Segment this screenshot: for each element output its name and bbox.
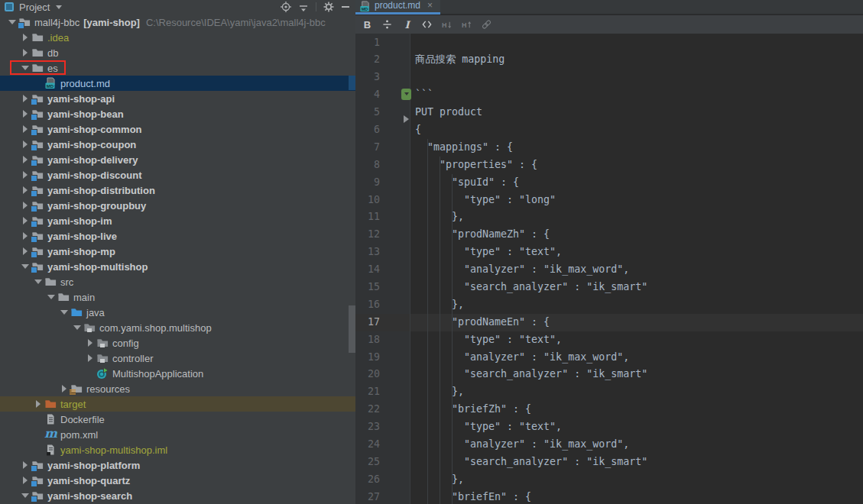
tree-arrow-right-icon[interactable] <box>32 400 44 408</box>
header-down-icon[interactable]: H <box>442 18 452 31</box>
tree-row-mall4j-bbc[interactable]: mall4j-bbc[yami-shop]C:\Resource\IDEA\ya… <box>0 15 355 30</box>
tree-arrow-down-icon[interactable] <box>19 493 31 498</box>
tree-row-yami-shop-coupon[interactable]: yami-shop-coupon <box>0 137 355 152</box>
bold-icon[interactable]: B <box>362 18 372 31</box>
code-line[interactable]: 27 "briefEn" : { <box>355 489 863 504</box>
tree-row-multishopapplication[interactable]: MultishopApplication <box>0 366 355 381</box>
tree-row-resources[interactable]: resources <box>0 381 355 396</box>
tree-arrow-down-icon[interactable] <box>58 310 70 315</box>
tree-arrow-right-icon[interactable] <box>19 232 31 240</box>
tab-product-md[interactable]: MD product.md × <box>355 0 440 15</box>
strikethrough-icon[interactable] <box>382 18 392 31</box>
tree-arrow-down-icon[interactable] <box>6 20 18 24</box>
code-line[interactable]: 21 }, <box>355 383 863 401</box>
code-line[interactable]: 18 "type" : "text", <box>355 331 863 349</box>
tab-close-icon[interactable]: × <box>427 0 433 11</box>
tree-row-yami-shop-common[interactable]: yami-shop-common <box>0 121 355 137</box>
tree-arrow-down-icon[interactable] <box>32 279 44 284</box>
code-line[interactable]: 13 "type" : "text", <box>355 244 863 261</box>
tree-arrow-right-icon[interactable] <box>84 339 96 347</box>
tree-row-yami-shop-discount[interactable]: yami-shop-discount <box>0 167 355 183</box>
tree-row-com.yami.shop.multishop[interactable]: com.yami.shop.multishop <box>0 320 355 335</box>
tree-arrow-right-icon[interactable] <box>19 141 31 148</box>
project-panel-title[interactable]: Project <box>19 2 50 13</box>
tree-row-yami-shop-im[interactable]: yami-shop-im <box>0 213 355 228</box>
italic-icon[interactable]: I <box>402 18 412 31</box>
project-dropdown-icon[interactable] <box>56 5 62 9</box>
tree-arrow-right-icon[interactable] <box>19 125 31 133</box>
tree-arrow-down-icon[interactable] <box>19 264 31 269</box>
tree-arrow-right-icon[interactable] <box>58 385 70 393</box>
code-line[interactable]: 23 "type" : "text", <box>355 418 863 436</box>
tree-arrow-right-icon[interactable] <box>19 95 31 102</box>
tree-row-yami-shop-multishop.iml[interactable]: yami-shop-multishop.iml <box>0 442 355 457</box>
code-line[interactable]: 16 }, <box>355 296 863 314</box>
code-line[interactable]: 6{ <box>355 121 863 139</box>
code-line[interactable]: 10 "type" : "long" <box>355 192 863 209</box>
tree-arrow-down-icon[interactable] <box>45 295 57 299</box>
code-line[interactable]: 17 "prodNameEn" : { <box>355 314 863 331</box>
code-line[interactable]: 12 "prodNameZh" : { <box>355 226 863 244</box>
editor-body[interactable]: 12商品搜索 mapping34```5PUT product6{7 "mapp… <box>355 34 863 504</box>
tree-arrow-right-icon[interactable] <box>19 110 31 118</box>
tree-arrow-right-icon[interactable] <box>19 186 31 194</box>
tree-arrow-down-icon[interactable] <box>71 325 83 330</box>
code-line[interactable]: 9 "spuId" : { <box>355 174 863 192</box>
tree-row-dockerfile[interactable]: Dockerfile <box>0 412 355 427</box>
tree-arrow-right-icon[interactable] <box>84 354 96 362</box>
link-icon[interactable] <box>482 18 492 31</box>
tree-row-db[interactable]: db <box>0 45 355 60</box>
code-line[interactable]: 26 }, <box>355 471 863 489</box>
locate-icon[interactable] <box>281 2 291 12</box>
tree-row-yami-shop-live[interactable]: yami-shop-live <box>0 228 355 244</box>
code-line[interactable]: 11 }, <box>355 208 863 226</box>
tree-row-product.md[interactable]: MDproduct.md <box>0 76 355 91</box>
tree-arrow-right-icon[interactable] <box>19 171 31 179</box>
settings-gear-icon[interactable] <box>323 2 334 12</box>
code-icon[interactable] <box>422 18 432 31</box>
tree-row-.idea[interactable]: .idea <box>0 30 355 45</box>
tree-row-yami-shop-platform[interactable]: yami-shop-platform <box>0 457 355 473</box>
tree-arrow-right-icon[interactable] <box>19 461 31 469</box>
tree-row-yami-shop-api[interactable]: yami-shop-api <box>0 91 355 106</box>
code-line[interactable]: 5PUT product <box>355 104 863 121</box>
tree-arrow-right-icon[interactable] <box>19 247 31 255</box>
tree-arrow-right-icon[interactable] <box>19 34 31 41</box>
tree-row-yami-shop-distribution[interactable]: yami-shop-distribution <box>0 183 355 198</box>
code-line[interactable]: 20 "search_analyzer" : "ik_smart" <box>355 366 863 383</box>
code-line[interactable]: 14 "analyzer" : "ik_max_word", <box>355 261 863 279</box>
tree-row-yami-shop-mp[interactable]: yami-shop-mp <box>0 244 355 259</box>
hide-panel-icon[interactable] <box>341 2 350 12</box>
collapse-all-icon[interactable] <box>298 2 309 12</box>
tree-arrow-right-icon[interactable] <box>19 477 31 484</box>
code-line[interactable]: 15 "search_analyzer" : "ik_smart" <box>355 279 863 296</box>
tree-row-controller[interactable]: controller <box>0 351 355 366</box>
code-line[interactable]: 8 "properties" : { <box>355 157 863 174</box>
code-line[interactable]: 4``` <box>355 86 863 104</box>
tree-row-yami-shop-multishop[interactable]: yami-shop-multishop <box>0 259 355 274</box>
code-line[interactable]: 1 <box>355 34 863 52</box>
tree-row-src[interactable]: src <box>0 274 355 289</box>
tree-row-yami-shop-bean[interactable]: yami-shop-bean <box>0 106 355 121</box>
tree-row-main[interactable]: main <box>0 289 355 305</box>
tree-row-yami-shop-groupbuy[interactable]: yami-shop-groupbuy <box>0 198 355 213</box>
tree-row-java[interactable]: java <box>0 305 355 320</box>
code-line[interactable]: 22 "briefZh" : { <box>355 401 863 418</box>
tree-row-es[interactable]: es <box>0 60 355 76</box>
tree-row-target[interactable]: target <box>0 396 355 412</box>
tree-row-yami-shop-quartz[interactable]: yami-shop-quartz <box>0 473 355 488</box>
tree-row-pom.xml[interactable]: mpom.xml <box>0 427 355 442</box>
tree-arrow-right-icon[interactable] <box>19 202 31 209</box>
tree-arrow-right-icon[interactable] <box>19 49 31 57</box>
code-line[interactable]: 2商品搜索 mapping <box>355 51 863 69</box>
code-line[interactable]: 24 "analyzer" : "ik_max_word", <box>355 436 863 454</box>
code-line[interactable]: 19 "analyzer" : "ik_max_word", <box>355 349 863 367</box>
code-line[interactable]: 3 <box>355 69 863 86</box>
project-scrollbar-thumb[interactable] <box>349 305 355 353</box>
tree-row-config[interactable]: config <box>0 335 355 351</box>
tree-row-yami-shop-delivery[interactable]: yami-shop-delivery <box>0 152 355 167</box>
tree-row-yami-shop-search[interactable]: yami-shop-search <box>0 488 355 503</box>
code-line[interactable]: 7 "mappings" : { <box>355 139 863 157</box>
tree-arrow-right-icon[interactable] <box>19 217 31 225</box>
code-line[interactable]: 25 "search_analyzer" : "ik_smart" <box>355 454 863 471</box>
